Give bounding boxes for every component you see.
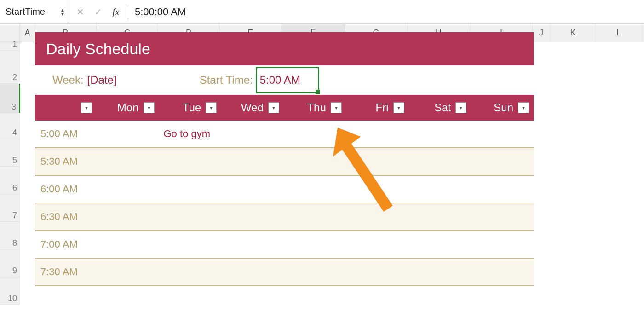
filter-dropdown-icon[interactable]: ▾ [144, 102, 155, 113]
week-value[interactable]: [Date] [87, 74, 117, 87]
formula-bar-actions: ✕ ✓ fx [68, 6, 128, 18]
day-label: Sat [434, 101, 451, 114]
slot-time[interactable]: 6:00 AM [35, 183, 97, 195]
day-header-time-col: ▾ [35, 95, 97, 121]
slot-row: 7:00 AM [35, 231, 534, 259]
filter-dropdown-icon[interactable]: ▾ [206, 102, 217, 113]
start-time-value: 5:00 AM [260, 74, 300, 87]
title-banner: Daily Schedule [35, 32, 534, 65]
col-header-J[interactable]: J [533, 24, 550, 42]
row-header-4[interactable]: 4 [0, 113, 20, 139]
slot-row: 6:30 AM [35, 203, 534, 231]
filter-dropdown-icon[interactable]: ▾ [331, 102, 342, 113]
confirm-icon[interactable]: ✓ [94, 6, 102, 17]
slot-row: 5:00 AM Go to gym [35, 121, 534, 148]
day-header-fri[interactable]: Fri ▾ [346, 95, 409, 121]
slot-time[interactable]: 7:00 AM [35, 238, 97, 250]
name-box-container: StartTime ▲ ▼ [0, 0, 68, 24]
filter-dropdown-icon[interactable]: ▾ [455, 102, 466, 113]
col-header-K[interactable]: K [550, 24, 596, 42]
day-header-wed[interactable]: Wed ▾ [221, 95, 284, 121]
page-title: Daily Schedule [46, 40, 150, 58]
start-time-label: Start Time: [200, 74, 253, 87]
start-time-cell[interactable]: 5:00 AM [256, 67, 319, 93]
day-header-mon[interactable]: Mon ▾ [97, 95, 159, 121]
day-label: Mon [117, 101, 139, 114]
day-header-tue[interactable]: Tue ▾ [159, 95, 222, 121]
filter-dropdown-icon[interactable]: ▾ [81, 102, 92, 113]
selection-handle[interactable] [316, 90, 320, 94]
slot-row: 5:30 AM [35, 148, 534, 176]
filter-dropdown-icon[interactable]: ▾ [268, 102, 279, 113]
slot-row: 6:00 AM [35, 176, 534, 203]
slot-cell-tue[interactable]: Go to gym [159, 128, 222, 140]
row-header-3[interactable]: 3 [0, 84, 20, 113]
col-header-A[interactable]: A [20, 24, 35, 42]
row-header-10[interactable]: 10 [0, 277, 20, 305]
col-header-L[interactable]: L [596, 24, 642, 42]
day-label: Tue [183, 101, 201, 114]
name-box[interactable]: StartTime [6, 6, 45, 17]
day-label: Fri [376, 101, 389, 114]
formula-bar-value[interactable]: 5:00:00 AM [128, 6, 186, 18]
row-header-5[interactable]: 5 [0, 139, 20, 167]
cancel-icon[interactable]: ✕ [76, 6, 84, 17]
select-all-corner[interactable] [0, 24, 20, 42]
name-box-stepper[interactable]: ▲ ▼ [60, 8, 65, 16]
day-header-sat[interactable]: Sat ▾ [409, 95, 472, 121]
filter-dropdown-icon[interactable]: ▾ [393, 102, 404, 113]
row-header-8[interactable]: 8 [0, 222, 20, 249]
slot-time[interactable]: 6:30 AM [35, 211, 97, 223]
formula-bar: StartTime ▲ ▼ ✕ ✓ fx 5:00:00 AM [0, 0, 644, 24]
row-header-9[interactable]: 9 [0, 249, 20, 277]
day-header-thu[interactable]: Thu ▾ [284, 95, 346, 121]
day-header-sun[interactable]: Sun ▾ [471, 95, 534, 121]
row-header-6[interactable]: 6 [0, 167, 20, 194]
day-label: Sun [494, 101, 513, 114]
meta-row: Week: [Date] Start Time: 5:00 AM [35, 65, 534, 95]
day-label: Thu [307, 101, 326, 114]
spreadsheet-grid: A B C D E F G H I J K L 1 2 3 4 5 6 7 8 … [0, 24, 644, 305]
filter-dropdown-icon[interactable]: ▾ [518, 102, 529, 113]
day-header-row: ▾ Mon ▾ Tue ▾ Wed ▾ Thu ▾ Fri ▾ Sat ▾ Su… [35, 95, 534, 121]
chevron-down-icon[interactable]: ▼ [60, 12, 65, 16]
time-slots: 5:00 AM Go to gym 5:30 AM 6:00 AM 6:30 A… [35, 121, 534, 286]
week-label: Week: [52, 74, 84, 87]
fx-icon[interactable]: fx [112, 6, 120, 18]
day-label: Wed [241, 101, 264, 114]
slot-time[interactable]: 5:30 AM [35, 156, 97, 168]
row-header-2[interactable]: 2 [0, 51, 20, 84]
slot-row: 7:30 AM [35, 259, 534, 286]
slot-time[interactable]: 5:00 AM [35, 128, 97, 140]
slot-time[interactable]: 7:30 AM [35, 266, 97, 278]
row-header-7[interactable]: 7 [0, 194, 20, 222]
row-header-1[interactable]: 1 [0, 42, 20, 51]
